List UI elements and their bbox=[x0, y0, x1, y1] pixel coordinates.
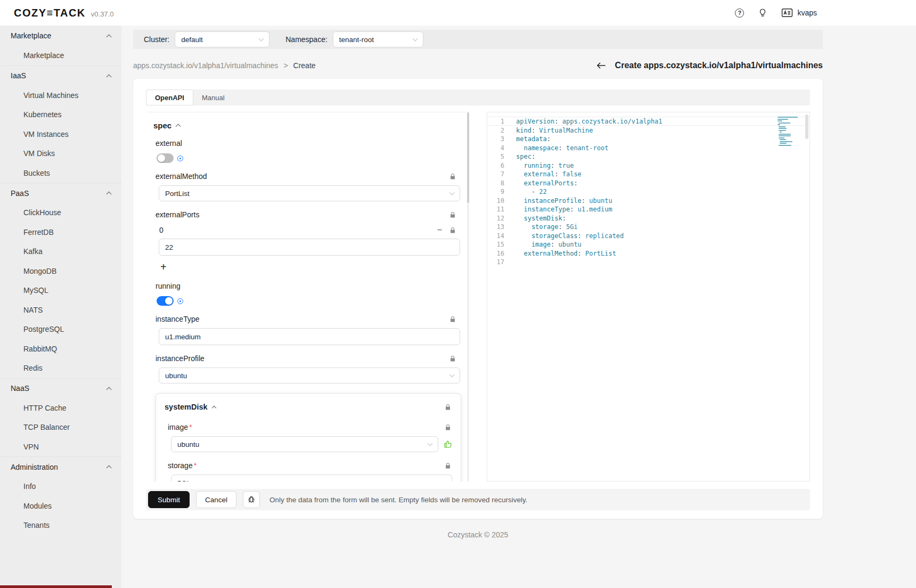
sidebar-item-modules[interactable]: Modules bbox=[0, 496, 121, 516]
lock-icon[interactable] bbox=[449, 355, 456, 362]
lock-icon[interactable] bbox=[449, 227, 456, 234]
help-button[interactable]: ? bbox=[735, 9, 744, 18]
openapi-form-panel: spec external bbox=[146, 112, 470, 481]
sidebar-item-postgresql[interactable]: PostgreSQL bbox=[0, 320, 121, 339]
systemDisk-card: systemDisk image* bbox=[156, 393, 461, 481]
namespace-label: Namespace: bbox=[285, 35, 328, 44]
sidebar-item-kafka[interactable]: Kafka bbox=[0, 242, 121, 262]
code-line: 6 running: true bbox=[487, 161, 809, 170]
instanceProfile-select[interactable]: ubuntu bbox=[159, 368, 460, 383]
theme-toggle-button[interactable] bbox=[758, 8, 767, 18]
field-external: external bbox=[153, 137, 461, 163]
lock-icon[interactable] bbox=[449, 173, 456, 180]
minimap-line bbox=[778, 124, 780, 125]
instanceProfile-value: ubuntu bbox=[165, 372, 187, 380]
sidebar-item-ferretdb[interactable]: FerretDB bbox=[0, 223, 121, 242]
namespace-select[interactable]: tenant-root bbox=[333, 31, 423, 47]
field-instanceType: instanceType bbox=[153, 313, 461, 345]
minimap-line bbox=[778, 117, 798, 118]
debug-button[interactable] bbox=[243, 491, 260, 508]
form-note: Only the data from the form will be sent… bbox=[269, 496, 527, 504]
required-mark: * bbox=[189, 423, 192, 431]
remove-port-button[interactable]: − bbox=[437, 226, 442, 234]
externalMethod-select[interactable]: PortList bbox=[159, 185, 460, 201]
sidebar-item-redis[interactable]: Redis bbox=[0, 358, 121, 378]
submit-button[interactable]: Submit bbox=[148, 491, 190, 508]
field-externalMethod: externalMethod PortList bbox=[153, 170, 461, 201]
id-badge-icon bbox=[781, 8, 793, 18]
instanceType-input[interactable] bbox=[159, 328, 460, 345]
lock-icon[interactable] bbox=[445, 462, 451, 469]
app-logo[interactable]: COZY≡TACK v0.37.0 bbox=[14, 7, 113, 19]
sidebar-item-virtual-machines[interactable]: Virtual Machines bbox=[0, 86, 121, 105]
image-value: ubuntu bbox=[177, 440, 199, 448]
scrollbar-thumb[interactable] bbox=[467, 112, 469, 203]
sidebar-item-vm-instances[interactable]: VM Instances bbox=[0, 125, 121, 144]
instanceProfile-label: instanceProfile bbox=[156, 354, 205, 363]
chevron-down-icon bbox=[449, 190, 455, 195]
sidebar-item-vm-disks[interactable]: VM Disks bbox=[0, 144, 121, 164]
port-0-input[interactable] bbox=[159, 239, 460, 256]
toggle-focus-icon bbox=[177, 156, 183, 161]
chevron-up-icon bbox=[107, 387, 112, 392]
image-select[interactable]: ubuntu bbox=[171, 436, 438, 452]
sidebar-section-paas[interactable]: PaaS bbox=[0, 183, 121, 203]
yaml-editor[interactable]: 1apiVersion: apps.cozystack.io/v1alpha12… bbox=[487, 112, 810, 481]
code-line: 10 instanceProfile: ubuntu bbox=[487, 196, 809, 205]
bulb-icon bbox=[758, 8, 767, 18]
editor-minimap[interactable] bbox=[778, 117, 801, 146]
code-line: 13 storage: 5Gi bbox=[487, 222, 809, 231]
sidebar-section-title: Administration bbox=[11, 463, 58, 471]
sidebar-item-nats[interactable]: NATS bbox=[0, 300, 121, 320]
systemDisk-collapse[interactable]: systemDisk bbox=[165, 403, 216, 411]
external-toggle[interactable] bbox=[157, 153, 174, 163]
code-line: 15 image: ubuntu bbox=[487, 240, 809, 249]
minimap-line bbox=[778, 120, 782, 121]
sidebar-item-info[interactable]: Info bbox=[0, 477, 121, 496]
sidebar-section-iaas[interactable]: IaaS bbox=[0, 66, 121, 86]
instanceType-label: instanceType bbox=[156, 315, 200, 323]
back-button[interactable] bbox=[596, 61, 607, 70]
sidebar-item-buckets[interactable]: Buckets bbox=[0, 164, 121, 183]
sidebar-item-http-cache[interactable]: HTTP Cache bbox=[0, 398, 121, 418]
cluster-select[interactable]: default bbox=[175, 31, 269, 47]
sidebar-item-mysql[interactable]: MySQL bbox=[0, 281, 121, 300]
tab-manual[interactable]: Manual bbox=[193, 89, 233, 105]
sidebar-item-marketplace[interactable]: Marketplace bbox=[0, 46, 121, 66]
breadcrumb-parent[interactable]: apps.cozystack.io/v1alpha1/virtualmachin… bbox=[133, 61, 278, 70]
breadcrumb-separator: > bbox=[283, 61, 288, 70]
minimap-line bbox=[778, 119, 788, 120]
spec-collapse[interactable]: spec bbox=[153, 121, 461, 130]
lock-icon[interactable] bbox=[449, 211, 456, 218]
sidebar-item-rabbitmq[interactable]: RabbitMQ bbox=[0, 339, 121, 359]
add-port-button[interactable]: + bbox=[160, 261, 171, 273]
code-line: 9 - 22 bbox=[487, 187, 809, 196]
image-label: image* bbox=[168, 423, 192, 431]
sidebar-item-tcp-balancer[interactable]: TCP Balancer bbox=[0, 418, 121, 437]
tab-openapi[interactable]: OpenAPI bbox=[146, 89, 193, 105]
editor-scrollbar-thumb[interactable] bbox=[805, 115, 808, 139]
lock-icon[interactable] bbox=[449, 316, 456, 323]
sidebar-item-mongodb[interactable]: MongoDB bbox=[0, 262, 121, 281]
chevron-down-icon bbox=[259, 36, 264, 42]
minimap-line bbox=[779, 126, 786, 127]
sidebar-item-vpn[interactable]: VPN bbox=[0, 437, 121, 457]
lock-icon[interactable] bbox=[445, 424, 451, 431]
sidebar-item-clickhouse[interactable]: ClickHouse bbox=[0, 203, 121, 223]
sidebar-section-marketplace[interactable]: Marketplace bbox=[0, 26, 121, 46]
user-menu[interactable]: kvaps bbox=[781, 8, 817, 18]
thumbs-up-icon[interactable] bbox=[444, 440, 452, 448]
sidebar-item-kubernetes[interactable]: Kubernetes bbox=[0, 105, 121, 125]
sidebar-section-naas[interactable]: NaaS bbox=[0, 378, 121, 398]
sidebar-section-administration[interactable]: Administration bbox=[0, 456, 121, 477]
minimap-line bbox=[780, 132, 782, 133]
running-toggle[interactable] bbox=[157, 296, 174, 306]
storage-input[interactable] bbox=[171, 475, 452, 481]
form-action-bar: Submit Cancel Only the data from the for… bbox=[146, 489, 810, 510]
cancel-button[interactable]: Cancel bbox=[196, 491, 236, 508]
externalMethod-label: externalMethod bbox=[156, 172, 207, 181]
main-area: Cluster: default Namespace: tenant-root … bbox=[121, 26, 916, 588]
lock-icon[interactable] bbox=[445, 404, 451, 411]
sidebar-section-title: PaaS bbox=[11, 189, 29, 198]
sidebar-item-tenants[interactable]: Tenants bbox=[0, 516, 121, 535]
